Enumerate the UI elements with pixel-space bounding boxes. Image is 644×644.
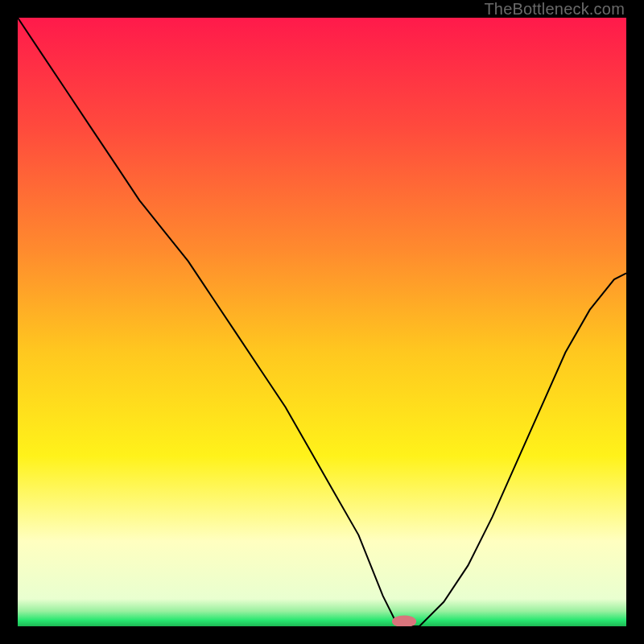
chart-svg bbox=[18, 18, 626, 626]
watermark-text: TheBottleneck.com bbox=[484, 0, 625, 19]
chart-frame: TheBottleneck.com bbox=[0, 0, 644, 644]
plot-area bbox=[18, 18, 626, 626]
gradient-background bbox=[18, 18, 626, 626]
